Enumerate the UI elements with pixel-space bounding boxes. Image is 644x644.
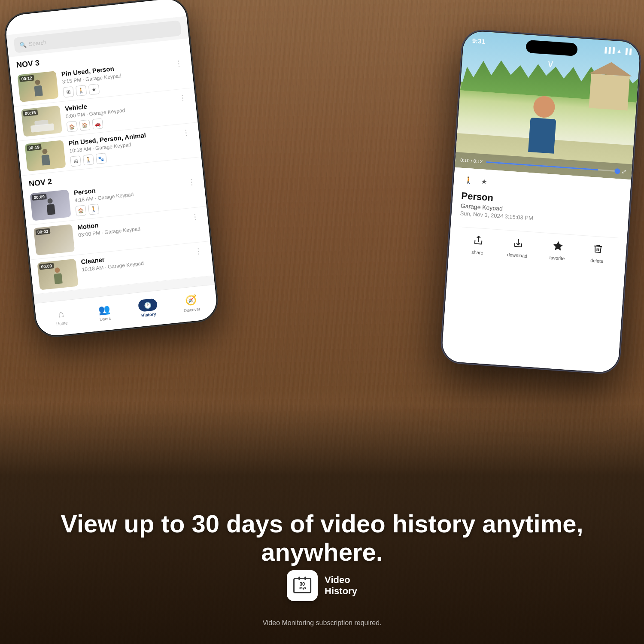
app-name-video: Video [325, 574, 357, 586]
tag-star-icon: ★ [477, 175, 490, 188]
calendar-days-number: 30 [300, 582, 305, 586]
calendar-tabs [298, 577, 306, 580]
discover-icon: 🧭 [185, 294, 197, 307]
progress-dot [614, 168, 620, 174]
icon-person: 🚶 [76, 85, 87, 96]
calendar-icon: 30 Days [293, 578, 311, 593]
home-label: Home [56, 320, 68, 326]
history-icon-circle: 🕐 [138, 298, 158, 312]
status-time: 9:31 [472, 36, 485, 45]
person-head [533, 95, 556, 118]
calendar-days-label: Days [299, 586, 306, 589]
nav-home[interactable]: ⌂ Home [38, 303, 84, 328]
thumbnail-5: 00:03 [33, 224, 75, 255]
main-headline: View up to 30 days of video history anyt… [26, 510, 618, 567]
favorite-button[interactable]: favorite [537, 240, 578, 262]
more-button-3[interactable]: ⋮ [180, 128, 192, 137]
thumbnail-6: 00:09 [37, 259, 78, 290]
headline-area: View up to 30 days of video history anyt… [0, 510, 644, 567]
video-progress-bar[interactable] [486, 161, 618, 171]
right-content-area: 🚶 ★ Person Garage Keypad Sun, Nov 3, 202… [441, 167, 632, 374]
nav-history[interactable]: 🕐 History [125, 293, 170, 319]
svg-line-1 [518, 239, 518, 245]
favorite-icon [552, 240, 563, 254]
status-icons: ▐▐▐ ▲ ▐▐ [603, 46, 632, 55]
icon-paw: 🐾 [96, 153, 107, 164]
wifi-icon: ▲ [616, 47, 622, 54]
more-button-6[interactable]: ⋮ [193, 247, 205, 256]
users-label: Users [100, 316, 111, 322]
thumbnail-3: 00:19 [24, 140, 66, 171]
disclaimer-text: Video Monitoring subscription required. [0, 619, 644, 627]
thumbnail-4: 00:09 [30, 190, 71, 221]
home-icon: ⌂ [58, 308, 64, 320]
icon-garage-1: 🏠 [67, 121, 78, 132]
right-phone-screen: 9:31 ▐▐▐ ▲ ▐▐ ∨ [441, 30, 641, 374]
more-button-1[interactable]: ⋮ [173, 59, 185, 68]
thumbnail-1: 00:12 [17, 71, 58, 102]
icon-person-3: 🚶 [88, 204, 99, 215]
app-icon-inner: 30 Days [293, 578, 311, 593]
more-button-4[interactable]: ⋮ [185, 178, 197, 187]
video-time: 0:10 / 0:12 [460, 158, 483, 164]
video-house [589, 73, 630, 110]
signal-icon: ▐▐▐ [603, 46, 615, 54]
nav-discover[interactable]: 🧭 Discover [168, 289, 214, 314]
app-badge: 30 Days Video History [287, 570, 357, 601]
svg-marker-2 [553, 241, 562, 250]
video-person [523, 95, 562, 161]
download-label: download [507, 252, 528, 258]
history-list: NOV 3 00:12 Pin Used, Person 3:15 PM · G… [9, 38, 214, 295]
duration-2: 00:15 [23, 109, 38, 116]
icon-person-2: 🚶 [83, 154, 94, 165]
favorite-label: favorite [549, 255, 565, 261]
thumbnail-2: 00:15 [21, 106, 62, 137]
users-icon: 👥 [98, 303, 111, 316]
delete-label: delete [590, 258, 604, 264]
nav-users[interactable]: 👥 Users [82, 298, 127, 323]
more-button-2[interactable]: ⋮ [176, 94, 188, 103]
phone-right: 9:31 ▐▐▐ ▲ ▐▐ ∨ [439, 28, 642, 375]
calendar-tab-left [298, 577, 300, 580]
progress-fill [486, 161, 598, 170]
icon-star: ★ [88, 84, 100, 95]
download-icon [512, 238, 523, 252]
share-label: share [471, 249, 483, 255]
icon-grid: ⊞ [63, 86, 74, 97]
left-phone-screen: 🔍 Search NOV 3 00:12 [4, 0, 218, 337]
phone-left: 🔍 Search NOV 3 00:12 [3, 0, 220, 339]
icon-grid-2: ⊞ [70, 155, 81, 167]
action-bar: share download [457, 227, 618, 265]
person-body [528, 118, 556, 154]
search-icon: 🔍 [19, 41, 26, 48]
icon-garage-3: 🏠 [75, 205, 86, 216]
duration-5: 00:03 [35, 228, 50, 235]
svg-line-0 [478, 236, 479, 242]
share-icon [473, 235, 484, 249]
video-house-roof [589, 61, 633, 76]
download-button[interactable]: download [497, 237, 538, 259]
chevron-down-icon[interactable]: ∨ [547, 58, 555, 70]
tag-person-icon: 🚶 [462, 174, 475, 187]
icon-garage-2: 🏠 [79, 119, 90, 131]
delete-icon [592, 243, 603, 257]
history-label: History [141, 311, 156, 318]
app-name-area: Video History [325, 574, 357, 597]
discover-label: Discover [183, 306, 200, 313]
battery-icon: ▐▐ [623, 48, 632, 55]
more-button-5[interactable]: ⋮ [189, 213, 201, 222]
app-name-history: History [325, 586, 357, 597]
fullscreen-icon[interactable]: ⤢ [621, 168, 627, 175]
share-button[interactable]: share [457, 234, 498, 256]
search-placeholder: Search [28, 39, 47, 47]
app-icon: 30 Days [287, 570, 318, 601]
icon-car: 🚗 [92, 118, 103, 129]
calendar-tab-right [304, 577, 306, 580]
delete-button[interactable]: delete [577, 242, 618, 264]
